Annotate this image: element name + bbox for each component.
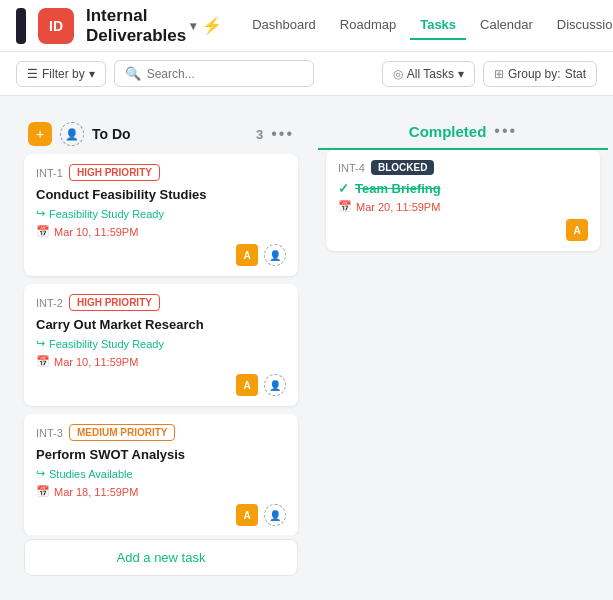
card-int2-dep-text: Feasibility Study Ready [49, 338, 164, 350]
card-int1-id: INT-1 [36, 167, 63, 179]
card-int3-avatar: A [236, 504, 258, 526]
all-tasks-button[interactable]: ◎ All Tasks ▾ [382, 61, 475, 87]
tab-roadmap[interactable]: Roadmap [330, 11, 406, 40]
group-by-label: Group by: [508, 67, 561, 81]
search-box[interactable]: 🔍 [114, 60, 314, 87]
search-icon: 🔍 [125, 66, 141, 81]
card-int1-dep-text: Feasibility Study Ready [49, 208, 164, 220]
tab-calendar[interactable]: Calendar [470, 11, 543, 40]
column-completed-title: Completed [409, 123, 487, 140]
todo-cards: INT-1 HIGH PRIORITY Conduct Feasibility … [16, 154, 306, 535]
card-int3-assign[interactable]: 👤 [264, 504, 286, 526]
card-int4-date-text: Mar 20, 11:59PM [356, 201, 440, 213]
card-int1-footer: A 👤 [36, 244, 286, 266]
card-int2-id: INT-2 [36, 297, 63, 309]
card-int2-date: 📅 Mar 10, 11:59PM [36, 355, 286, 368]
column-todo: + 👤 To Do 3 ••• INT-1 HIGH PRIORITY Cond… [16, 112, 306, 584]
lightning-icon: ⚡ [202, 16, 222, 35]
filter-label: Filter by [42, 67, 85, 81]
calendar-icon: 📅 [36, 225, 50, 238]
column-todo-count: 3 [256, 127, 263, 142]
card-int1-meta: INT-1 HIGH PRIORITY [36, 164, 286, 181]
toolbar-right: ◎ All Tasks ▾ ⊞ Group by: Stat [382, 61, 597, 87]
calendar-icon-4: 📅 [338, 200, 352, 213]
card-int1-date: 📅 Mar 10, 11:59PM [36, 225, 286, 238]
column-completed-header: Completed ••• [318, 112, 608, 150]
card-int1-dependency: ↪ Feasibility Study Ready [36, 207, 286, 220]
card-int4-avatar: A [566, 219, 588, 241]
card-int3-dependency: ↪ Studies Available [36, 467, 286, 480]
search-input[interactable] [147, 67, 303, 81]
project-logo: ID [38, 8, 74, 44]
card-int4-title: Team Briefing [355, 181, 441, 196]
card-int2-priority: HIGH PRIORITY [69, 294, 160, 311]
card-int2-assign[interactable]: 👤 [264, 374, 286, 396]
kanban-board: + 👤 To Do 3 ••• INT-1 HIGH PRIORITY Cond… [0, 96, 613, 600]
tab-dashboard[interactable]: Dashboard [242, 11, 326, 40]
column-completed: Completed ••• INT-4 BLOCKED ✓ Team Brief… [318, 112, 608, 584]
dependency-icon: ↪ [36, 207, 45, 220]
calendar-icon-3: 📅 [36, 485, 50, 498]
card-int2-meta: INT-2 HIGH PRIORITY [36, 294, 286, 311]
group-icon: ⊞ [494, 67, 504, 81]
card-int3-title: Perform SWOT Analysis [36, 447, 286, 462]
card-int1-priority: HIGH PRIORITY [69, 164, 160, 181]
all-tasks-chevron-icon: ▾ [458, 67, 464, 81]
card-int3-meta: INT-3 MEDIUM PRIORITY [36, 424, 286, 441]
card-int1-assign[interactable]: 👤 [264, 244, 286, 266]
left-panel-icon [16, 8, 26, 44]
card-int1-date-text: Mar 10, 11:59PM [54, 226, 138, 238]
card-int4-check-row: ✓ Team Briefing [338, 181, 588, 196]
card-int2: INT-2 HIGH PRIORITY Carry Out Market Res… [24, 284, 298, 406]
card-int2-title: Carry Out Market Research [36, 317, 286, 332]
todo-more-button[interactable]: ••• [271, 125, 294, 143]
card-int3-footer: A 👤 [36, 504, 286, 526]
card-int4-footer: A [338, 219, 588, 241]
card-int4-blocked: BLOCKED [371, 160, 434, 175]
filter-chevron-icon: ▾ [89, 67, 95, 81]
chevron-down-icon[interactable]: ▾ [190, 19, 196, 33]
card-int3: INT-3 MEDIUM PRIORITY Perform SWOT Analy… [24, 414, 298, 535]
todo-add-button[interactable]: + [28, 122, 52, 146]
card-int4-meta: INT-4 BLOCKED [338, 160, 588, 175]
card-int3-dep-text: Studies Available [49, 468, 133, 480]
column-todo-title: To Do [92, 126, 248, 142]
card-int1: INT-1 HIGH PRIORITY Conduct Feasibility … [24, 154, 298, 276]
completed-more-button[interactable]: ••• [494, 122, 517, 140]
nav-tabs: Dashboard Roadmap Tasks Calendar Discuss… [242, 11, 613, 40]
card-int2-dependency: ↪ Feasibility Study Ready [36, 337, 286, 350]
all-tasks-check-icon: ◎ [393, 67, 403, 81]
card-int1-avatar: A [236, 244, 258, 266]
header: ID Internal Deliverables ▾ ⚡ Dashboard R… [0, 0, 613, 52]
group-by-button[interactable]: ⊞ Group by: Stat [483, 61, 597, 87]
card-int2-date-text: Mar 10, 11:59PM [54, 356, 138, 368]
card-int2-footer: A 👤 [36, 374, 286, 396]
card-int4-date: 📅 Mar 20, 11:59PM [338, 200, 588, 213]
group-by-value: Stat [565, 67, 586, 81]
person-icon: 👤 [65, 128, 79, 141]
card-int3-priority: MEDIUM PRIORITY [69, 424, 176, 441]
card-int3-id: INT-3 [36, 427, 63, 439]
checkmark-icon: ✓ [338, 181, 349, 196]
calendar-icon-2: 📅 [36, 355, 50, 368]
project-title: Internal Deliverables ▾ ⚡ [86, 6, 222, 46]
add-task-button[interactable]: Add a new task [24, 539, 298, 576]
tab-discussions[interactable]: Discussions [547, 11, 613, 40]
tab-tasks[interactable]: Tasks [410, 11, 466, 40]
completed-cards: INT-4 BLOCKED ✓ Team Briefing 📅 Mar 20, … [318, 150, 608, 584]
all-tasks-label: All Tasks [407, 67, 454, 81]
filter-button[interactable]: ☰ Filter by ▾ [16, 61, 106, 87]
todo-assign-button[interactable]: 👤 [60, 122, 84, 146]
card-int1-title: Conduct Feasibility Studies [36, 187, 286, 202]
card-int4: INT-4 BLOCKED ✓ Team Briefing 📅 Mar 20, … [326, 150, 600, 251]
filter-icon: ☰ [27, 67, 38, 81]
column-todo-header: + 👤 To Do 3 ••• [16, 112, 306, 154]
card-int2-avatar: A [236, 374, 258, 396]
card-int4-id: INT-4 [338, 162, 365, 174]
dependency-icon-2: ↪ [36, 337, 45, 350]
toolbar: ☰ Filter by ▾ 🔍 ◎ All Tasks ▾ ⊞ Group by… [0, 52, 613, 96]
project-name-text: Internal Deliverables [86, 6, 186, 46]
card-int3-date: 📅 Mar 18, 11:59PM [36, 485, 286, 498]
dependency-icon-3: ↪ [36, 467, 45, 480]
card-int3-date-text: Mar 18, 11:59PM [54, 486, 138, 498]
